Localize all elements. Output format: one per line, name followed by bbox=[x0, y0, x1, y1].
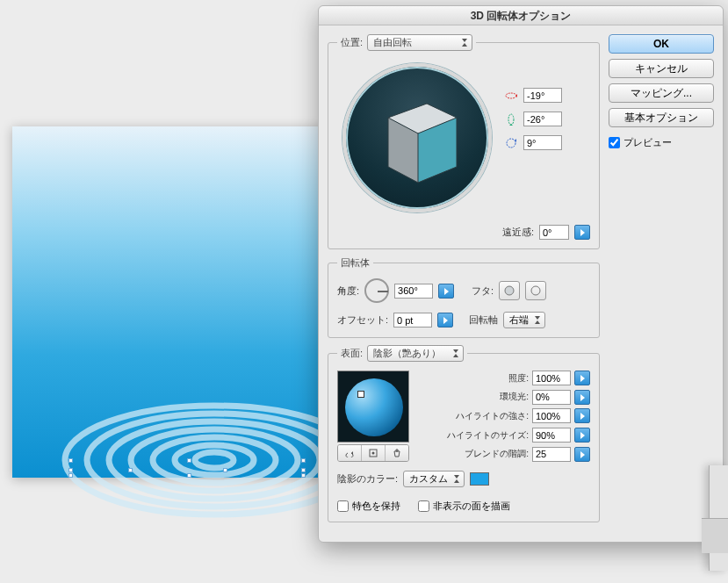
axis-select[interactable]: 右端 bbox=[503, 312, 545, 328]
rotate-y-input[interactable] bbox=[523, 112, 562, 126]
intensity-input[interactable] bbox=[532, 371, 571, 385]
delete-light-button[interactable] bbox=[386, 445, 408, 461]
panel-strip bbox=[702, 518, 728, 553]
blend-input[interactable] bbox=[532, 447, 571, 462]
cancel-button[interactable]: キャンセル bbox=[609, 59, 714, 78]
cap-label: フタ: bbox=[472, 284, 494, 298]
fieldset-revolve: 回転体 角度: フタ: オフセット: bbox=[328, 256, 600, 338]
selection-handles[interactable] bbox=[68, 458, 306, 478]
move-light-back-button[interactable] bbox=[338, 445, 362, 461]
svg-point-15 bbox=[531, 286, 540, 295]
rotate-x-icon bbox=[504, 89, 518, 103]
perspective-label: 遠近感: bbox=[502, 226, 534, 239]
rotation-preview-trackball[interactable] bbox=[342, 63, 492, 212]
shade-color-swatch[interactable] bbox=[470, 472, 489, 486]
draw-hidden-checkbox[interactable]: 非表示の面を描画 bbox=[418, 500, 510, 513]
angle-stepper[interactable] bbox=[438, 284, 454, 299]
shade-color-mode-select[interactable]: カスタム bbox=[403, 471, 465, 487]
surface-legend: 表面: bbox=[341, 348, 363, 358]
ambient-stepper[interactable] bbox=[574, 390, 590, 405]
cube-icon bbox=[372, 91, 469, 192]
svg-point-11 bbox=[506, 93, 516, 98]
hi-strength-label: ハイライトの強さ: bbox=[422, 410, 529, 422]
perspective-stepper[interactable] bbox=[574, 225, 590, 240]
hi-size-input[interactable] bbox=[532, 428, 571, 443]
mapping-button[interactable]: マッピング... bbox=[609, 83, 714, 103]
ok-button[interactable]: OK bbox=[609, 34, 714, 54]
position-legend: 位置: bbox=[341, 37, 363, 47]
new-light-button[interactable] bbox=[362, 445, 386, 461]
intensity-label: 照度: bbox=[422, 372, 529, 385]
blend-stepper[interactable] bbox=[574, 447, 590, 462]
dialog-3d-revolve-options: 3D 回転体オプション 位置: 自由回転 bbox=[318, 5, 724, 543]
rotate-x-input[interactable] bbox=[523, 88, 562, 103]
light-handle[interactable] bbox=[357, 391, 364, 398]
rotate-y-icon bbox=[504, 112, 518, 126]
angle-label: 角度: bbox=[337, 284, 359, 298]
light-preview[interactable] bbox=[337, 371, 409, 443]
hi-size-label: ハイライトのサイズ: bbox=[422, 429, 529, 442]
svg-point-14 bbox=[505, 286, 514, 295]
artboard bbox=[12, 126, 324, 478]
offset-input[interactable] bbox=[393, 313, 432, 327]
axis-label: 回転軸 bbox=[469, 313, 498, 327]
basic-options-button[interactable]: 基本オプション bbox=[609, 108, 714, 127]
hi-strength-input[interactable] bbox=[532, 408, 571, 423]
shade-color-label: 陰影のカラー: bbox=[337, 472, 398, 486]
offset-label: オフセット: bbox=[337, 313, 388, 327]
angle-input[interactable] bbox=[394, 284, 433, 299]
revolve-legend: 回転体 bbox=[337, 256, 373, 270]
preserve-spot-checkbox[interactable]: 特色を保持 bbox=[337, 500, 400, 513]
blend-label: ブレンドの階調: bbox=[422, 448, 529, 460]
cap-on-button[interactable] bbox=[499, 281, 520, 300]
preview-checkbox[interactable]: プレビュー bbox=[609, 136, 714, 149]
angle-dial[interactable] bbox=[364, 278, 389, 303]
ambient-input[interactable] bbox=[532, 390, 571, 405]
svg-point-17 bbox=[372, 452, 375, 455]
svg-point-12 bbox=[508, 114, 514, 125]
dialog-title: 3D 回転体オプション bbox=[319, 6, 723, 25]
offset-stepper[interactable] bbox=[437, 313, 453, 327]
cap-off-button[interactable] bbox=[525, 281, 546, 300]
ambient-label: 環境光: bbox=[422, 391, 529, 403]
hi-strength-stepper[interactable] bbox=[574, 408, 590, 423]
fieldset-position: 位置: 自由回転 bbox=[328, 34, 600, 249]
intensity-stepper[interactable] bbox=[574, 371, 590, 385]
sphere-icon bbox=[345, 378, 403, 436]
fieldset-surface: 表面: 陰影（艶あり） bbox=[328, 345, 600, 522]
svg-point-13 bbox=[507, 139, 515, 148]
rotate-z-input[interactable] bbox=[523, 135, 562, 150]
perspective-input[interactable] bbox=[539, 225, 569, 240]
rotate-z-icon bbox=[504, 136, 518, 150]
shading-select[interactable]: 陰影（艶あり） bbox=[367, 345, 464, 362]
position-mode-select[interactable]: 自由回転 bbox=[367, 34, 472, 51]
hi-size-stepper[interactable] bbox=[574, 428, 590, 443]
